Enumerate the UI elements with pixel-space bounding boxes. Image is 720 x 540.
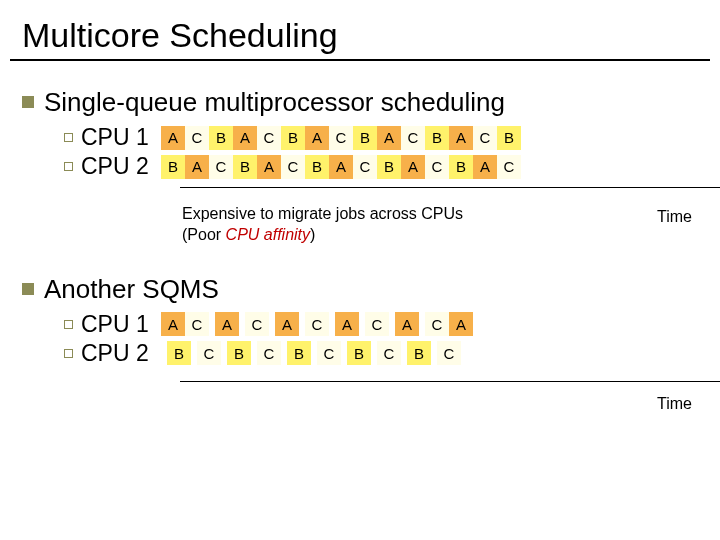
task-cell-C: C [257,341,281,365]
task-cell-B: B [227,341,251,365]
task-cell-A: A [449,312,473,336]
task-cell-B: B [281,126,305,150]
task-cell-A: A [395,312,419,336]
task-cell-B: B [233,155,257,179]
cpu-row: CPU 1ACBACBACBACBACB [64,124,720,151]
caption-line1: Expensive to migrate jobs across CPUs [182,205,463,222]
section-1-heading: Single-queue multiprocessor scheduling [44,87,505,118]
title-bar: Multicore Scheduling [10,8,710,61]
task-cell-A: A [305,126,329,150]
task-cell-C: C [473,126,497,150]
schedule-track: ACACACACACA [161,312,473,336]
cpu-row: CPU 2BCBCBCBCBC [64,340,720,367]
task-cell-A: A [473,155,497,179]
task-cell-A: A [335,312,359,336]
section-2-heading-row: Another SQMS [22,274,720,305]
task-cell-C: C [245,312,269,336]
task-cell-C: C [365,312,389,336]
cpu-row: CPU 1ACACACACACA [64,311,720,338]
task-cell-B: B [167,341,191,365]
cpu-label: CPU 2 [81,153,153,180]
caption-line2-post: ) [310,226,315,243]
time-label-1: Time [657,208,692,226]
section-2: Another SQMS CPU 1ACACACACACACPU 2BCBCBC… [0,274,720,411]
caption: Expensive to migrate jobs across CPUs (P… [182,204,720,246]
timeline-arrow-1 [110,182,720,196]
sub-bullet-icon [64,133,73,142]
schedule-track: BCBCBCBCBC [161,341,461,365]
task-cell-C: C [197,341,221,365]
task-cell-C: C [437,341,461,365]
task-cell-C: C [185,126,209,150]
task-cell-A: A [215,312,239,336]
bullet-icon [22,283,34,295]
task-cell-A: A [275,312,299,336]
task-cell-C: C [257,126,281,150]
task-cell-C: C [305,312,329,336]
task-cell-A: A [329,155,353,179]
task-cell-B: B [497,126,521,150]
time-label-2: Time [657,395,692,413]
section-2-heading: Another SQMS [44,274,219,305]
task-cell-C: C [329,126,353,150]
task-cell-C: C [377,341,401,365]
task-cell-B: B [161,155,185,179]
task-cell-B: B [347,341,371,365]
cpu-label: CPU 1 [81,124,153,151]
task-cell-C: C [401,126,425,150]
task-cell-C: C [209,155,233,179]
task-cell-C: C [353,155,377,179]
section-1: Single-queue multiprocessor scheduling C… [0,87,720,246]
task-cell-A: A [185,155,209,179]
task-cell-A: A [401,155,425,179]
task-cell-B: B [209,126,233,150]
task-cell-C: C [425,155,449,179]
task-cell-A: A [257,155,281,179]
sub-bullet-icon [64,162,73,171]
task-cell-A: A [161,312,185,336]
task-cell-B: B [353,126,377,150]
task-cell-C: C [185,312,209,336]
task-cell-C: C [317,341,341,365]
bullet-icon [22,96,34,108]
cpu-label: CPU 2 [81,340,153,367]
timeline-arrow-2 [110,377,720,391]
task-cell-A: A [449,126,473,150]
cpu-row: CPU 2BACBACBACBACBAC [64,153,720,180]
sub-bullet-icon [64,320,73,329]
task-cell-C: C [281,155,305,179]
task-cell-A: A [161,126,185,150]
slide-title: Multicore Scheduling [22,16,698,55]
caption-line2-pre: (Poor [182,226,226,243]
task-cell-B: B [407,341,431,365]
task-cell-B: B [449,155,473,179]
task-cell-C: C [497,155,521,179]
task-cell-B: B [287,341,311,365]
task-cell-B: B [377,155,401,179]
cpu-label: CPU 1 [81,311,153,338]
section-1-heading-row: Single-queue multiprocessor scheduling [22,87,720,118]
task-cell-C: C [425,312,449,336]
task-cell-B: B [425,126,449,150]
schedule-track: BACBACBACBACBAC [161,155,521,179]
schedule-track: ACBACBACBACBACB [161,126,521,150]
sub-bullet-icon [64,349,73,358]
task-cell-A: A [233,126,257,150]
caption-line2-em: CPU affinity [226,226,310,243]
task-cell-A: A [377,126,401,150]
section-1-rows: CPU 1ACBACBACBACBACBCPU 2BACBACBACBACBAC [22,124,720,180]
task-cell-B: B [305,155,329,179]
section-2-rows: CPU 1ACACACACACACPU 2BCBCBCBCBC [22,311,720,367]
